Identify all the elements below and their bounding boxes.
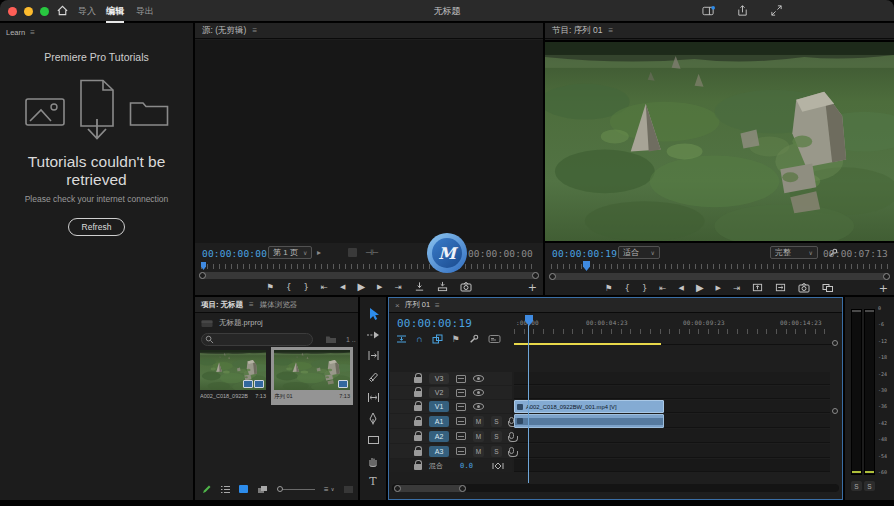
sequence-name[interactable]: 序列 01 (274, 393, 293, 400)
step-forward-icon[interactable]: ▶ (377, 283, 382, 291)
source-monitor-title[interactable]: 源: (无剪辑) (202, 25, 246, 37)
add-marker-icon[interactable]: ⚑ (452, 334, 460, 344)
quick-export-icon[interactable] (736, 4, 749, 17)
scroll-handle-left[interactable] (199, 272, 206, 279)
track-lock-icon[interactable] (414, 391, 422, 397)
program-ruler[interactable] (551, 264, 888, 269)
razor-tool-icon[interactable] (360, 366, 386, 387)
mute-button[interactable]: M (473, 446, 484, 457)
timeline-settings-wrench-icon[interactable] (469, 334, 479, 344)
track-lane-v3[interactable] (514, 372, 830, 385)
track-lane-a3[interactable] (514, 444, 830, 458)
lift-icon[interactable] (752, 282, 763, 293)
solo-button[interactable]: S (491, 446, 502, 457)
search-input[interactable] (201, 333, 313, 346)
add-marker-icon[interactable]: ⚑ (605, 283, 613, 293)
keyframe-nav-icon[interactable] (492, 462, 504, 470)
export-frame-icon[interactable] (460, 282, 472, 292)
track-lane-v2[interactable] (514, 386, 830, 399)
audio-clip[interactable] (514, 414, 664, 428)
type-tool-icon[interactable]: T (360, 471, 386, 492)
go-to-out-icon[interactable]: ⇥ (733, 283, 740, 293)
panel-menu-icon[interactable]: ≡ (249, 300, 254, 309)
mute-button[interactable]: M (473, 416, 484, 427)
track-target-v3[interactable]: V3 (429, 373, 449, 384)
track-lock-icon[interactable] (414, 450, 422, 456)
sync-lock-icon[interactable] (456, 447, 466, 455)
zoom-slider[interactable] (277, 485, 315, 493)
insert-icon[interactable] (414, 281, 425, 292)
track-target-a2[interactable]: A2 (429, 431, 449, 442)
track-lock-icon[interactable] (414, 464, 422, 470)
solo-button[interactable]: S (491, 416, 502, 427)
extract-icon[interactable] (775, 282, 786, 293)
vertical-zoom-handle[interactable] (832, 408, 838, 414)
track-lock-icon[interactable] (414, 377, 422, 383)
new-bin-icon[interactable] (325, 334, 337, 344)
track-target-v2[interactable]: V2 (429, 387, 449, 398)
add-marker-icon[interactable]: ⚑ (266, 282, 274, 292)
source-viewer[interactable] (195, 40, 543, 243)
step-back-icon[interactable]: ◀ (340, 283, 345, 291)
button-editor-icon[interactable]: + (528, 281, 537, 294)
video-clip[interactable]: A002_C018_0922BW_001.mp4 [V] (514, 400, 664, 413)
timeline-hscrollbar[interactable] (392, 484, 839, 492)
tab-project[interactable]: 项目: 无标题 (201, 300, 243, 310)
track-lock-icon[interactable] (414, 435, 422, 441)
project-item-sequence[interactable]: 序列 01 7:13 (271, 347, 353, 405)
comparison-view-icon[interactable] (822, 283, 834, 293)
learn-tab[interactable]: Learn (6, 28, 25, 37)
sync-lock-icon[interactable] (456, 389, 466, 397)
zoom-handle-left[interactable] (394, 485, 401, 492)
automate-to-sequence-icon[interactable] (343, 485, 354, 494)
panel-menu-icon[interactable]: ≡ (252, 26, 257, 35)
zoom-handle-right[interactable] (459, 485, 466, 492)
zoom-level-icon[interactable]: ⊣⊢ (365, 248, 379, 257)
program-timecode[interactable]: 00:00:00:19 (552, 248, 617, 259)
go-to-in-icon[interactable]: ⇤ (659, 283, 666, 293)
sort-icon[interactable]: ≡∨ (324, 485, 334, 494)
button-editor-icon[interactable]: + (879, 282, 888, 295)
solo-button[interactable]: S (491, 431, 502, 442)
ripple-edit-tool-icon[interactable] (360, 345, 386, 366)
slip-tool-icon[interactable] (360, 387, 386, 408)
track-lock-icon[interactable] (414, 420, 422, 426)
project-file-name[interactable]: 无标题.prproj (219, 318, 263, 328)
hand-tool-icon[interactable] (360, 450, 386, 471)
step-back-icon[interactable]: ◀ (678, 284, 683, 292)
timeline-tab[interactable]: 序列 01 (405, 300, 430, 310)
freeform-view-icon[interactable] (257, 485, 268, 494)
master-volume-value[interactable]: 0.0 (460, 462, 473, 470)
go-to-out-icon[interactable]: ⇥ (394, 282, 401, 292)
meter-solo-left[interactable]: S (851, 481, 862, 491)
mark-out-icon[interactable]: } (303, 282, 308, 292)
source-ruler[interactable] (201, 264, 537, 269)
snap-icon[interactable]: ∩ (416, 334, 423, 344)
source-timecode[interactable]: 00:00:00:00 (202, 248, 267, 259)
safe-margins-icon[interactable] (348, 248, 357, 257)
track-target-a3[interactable]: A3 (429, 446, 449, 457)
scroll-handle-left[interactable] (549, 273, 556, 280)
timeline-ruler[interactable]: :00:00 00:00:04:23 00:00:09:23 00:00:14:… (514, 315, 832, 345)
scroll-handle-right[interactable] (532, 272, 539, 279)
source-scrollbar[interactable] (199, 272, 539, 279)
nest-sequence-icon[interactable] (396, 334, 407, 344)
panel-menu-icon[interactable]: ≡ (609, 26, 614, 35)
selection-tool-icon[interactable] (360, 303, 386, 324)
close-tab-icon[interactable]: × (395, 301, 400, 310)
go-to-in-icon[interactable]: ⇤ (321, 282, 328, 292)
pen-tool-icon[interactable] (360, 408, 386, 429)
vertical-zoom-handle[interactable] (832, 340, 838, 346)
project-item-clip[interactable]: A002_C018_0922BW... 7:13 (200, 350, 266, 399)
icon-view-icon[interactable] (239, 485, 248, 493)
mute-button[interactable]: M (473, 431, 484, 442)
linked-selection-icon[interactable] (432, 334, 443, 344)
track-select-forward-tool-icon[interactable] (360, 324, 386, 345)
scroll-handle-right[interactable] (883, 273, 890, 280)
source-page-select[interactable]: 第 1 页∨ (268, 246, 312, 259)
track-target-v1[interactable]: V1 (429, 401, 449, 412)
program-viewer[interactable] (545, 40, 894, 243)
meter-solo-right[interactable]: S (864, 481, 875, 491)
toggle-track-output-icon[interactable] (473, 389, 484, 396)
fullscreen-icon[interactable] (770, 4, 783, 17)
